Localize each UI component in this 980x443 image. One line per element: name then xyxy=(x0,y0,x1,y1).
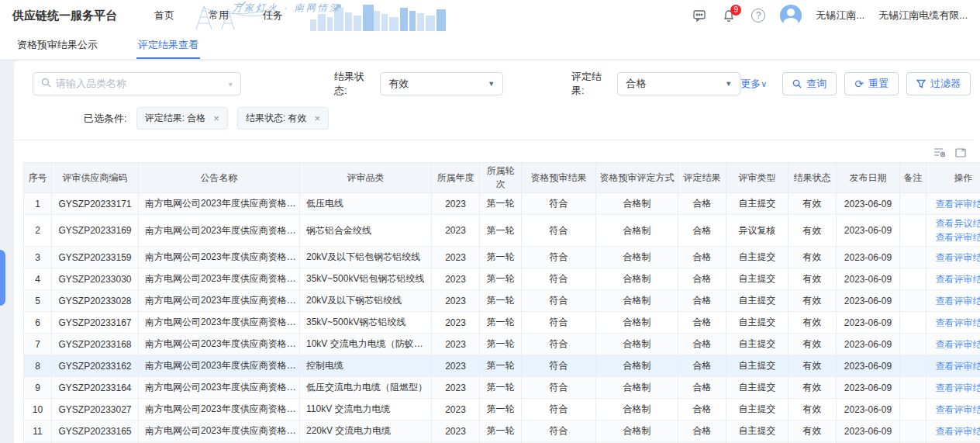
cell-actions: 查看评审结果 xyxy=(927,334,980,355)
cell-status: 有效 xyxy=(788,399,837,421)
cell-code: GYSZP20233030 xyxy=(52,268,139,290)
cell-announcement: 南方电网公司2023年度供应商资格预审公告 xyxy=(139,215,300,247)
cell-round: 第一轮 xyxy=(480,215,522,247)
cell-prequal_method: 合格制 xyxy=(596,421,678,442)
table-row[interactable]: 11GYSZP20233165南方电网公司2023年度供应商资格预审公告220k… xyxy=(24,421,980,442)
column-settings-icon[interactable] xyxy=(933,147,946,157)
cell-round: 第一轮 xyxy=(480,377,522,399)
nav-item-tasks[interactable]: 任务 xyxy=(263,9,283,22)
more-filters-link[interactable]: 更多∨ xyxy=(740,77,767,91)
cell-actions: 查看评审结果 xyxy=(927,247,980,268)
view-result-link[interactable]: 查看评审结果 xyxy=(930,337,980,351)
cell-code: GYSZP20233165 xyxy=(52,421,139,442)
query-button[interactable]: 查询 xyxy=(782,72,837,95)
results-table-body: 1GYSZP20233171南方电网公司2023年度供应商资格预审公告低压电线2… xyxy=(24,193,980,443)
tab-prequalification-results[interactable]: 资格预审结果公示 xyxy=(16,32,99,59)
filter-button[interactable]: 过滤器 xyxy=(906,72,971,95)
search-icon xyxy=(792,79,802,88)
cell-no: 3 xyxy=(24,247,52,268)
header-actions: 9 ? 无锡江南... 无锡江南电缆有限... xyxy=(692,5,968,26)
column-header: 评审类型 xyxy=(726,163,788,193)
cell-prequal_method: 合格制 xyxy=(596,377,678,399)
cell-category: 低压交流电力电缆（阻燃型） xyxy=(300,377,432,399)
result-status-select[interactable]: 有效 ▼ xyxy=(380,72,503,95)
cell-status: 有效 xyxy=(788,290,837,312)
view-result-link[interactable]: 查看评审结果 xyxy=(930,251,980,265)
nav-item-home[interactable]: 首页 xyxy=(154,9,174,22)
cell-actions: 查看评审结果 xyxy=(927,268,980,290)
fullscreen-icon[interactable] xyxy=(955,147,966,157)
evaluation-result-select[interactable]: 合格 ▼ xyxy=(617,72,740,95)
company-name[interactable]: 无锡江南电缆有限... xyxy=(878,9,968,22)
avatar[interactable] xyxy=(780,5,802,26)
message-icon[interactable] xyxy=(692,8,707,23)
view-result-link[interactable]: 查看评审结果 xyxy=(930,294,980,308)
cell-no: 6 xyxy=(24,312,52,334)
column-header: 结果状态 xyxy=(788,163,837,193)
table-row[interactable]: 2GYSZP20233169南方电网公司2023年度供应商资格预审公告钢芯铝合金… xyxy=(24,215,980,247)
cell-category: 20kV及以下铝包钢芯铝绞线 xyxy=(300,247,432,268)
cell-year: 2023 xyxy=(432,312,480,334)
user-name[interactable]: 无锡江南... xyxy=(816,9,864,22)
view-result-link[interactable]: 查看评审结果 xyxy=(930,272,980,286)
table-row[interactable]: 9GYSZP20233164南方电网公司2023年度供应商资格预审公告低压交流电… xyxy=(24,377,980,399)
view-result-link[interactable]: 查看异议结果 xyxy=(930,216,980,230)
table-row[interactable]: 5GYSZP20233028南方电网公司2023年度供应商资格预审公告20kV及… xyxy=(24,290,980,312)
table-row[interactable]: 1GYSZP20233171南方电网公司2023年度供应商资格预审公告低压电线2… xyxy=(24,193,980,215)
cell-remark xyxy=(900,399,927,421)
view-result-link[interactable]: 查看评审结果 xyxy=(930,359,980,373)
funnel-icon xyxy=(916,79,926,88)
cell-remark xyxy=(900,421,927,442)
view-result-link[interactable]: 查看评审结果 xyxy=(930,316,980,330)
cell-year: 2023 xyxy=(432,247,480,268)
cell-category: 钢芯铝合金绞线 xyxy=(300,215,432,247)
cell-eval_result: 合格 xyxy=(678,334,726,355)
tag-close-icon[interactable]: × xyxy=(315,113,321,123)
cell-date: 2023-06-09 xyxy=(837,215,900,247)
chevron-down-icon: ▾ xyxy=(229,80,233,88)
cell-code: GYSZP20233027 xyxy=(52,399,139,421)
tag-close-icon[interactable]: × xyxy=(213,113,219,123)
tab-evaluation-results[interactable]: 评定结果查看 xyxy=(136,32,200,59)
table-row[interactable]: 3GYSZP20233159南方电网公司2023年度供应商资格预审公告20kV及… xyxy=(24,247,980,268)
cell-date: 2023-06-09 xyxy=(837,377,900,399)
view-result-link[interactable]: 查看评审结果 xyxy=(930,197,980,211)
cell-year: 2023 xyxy=(432,377,480,399)
side-drawer-handle[interactable] xyxy=(0,250,5,306)
cell-year: 2023 xyxy=(432,215,480,247)
filter-row: 请输入品类名称 ▾ 结果状态: 有效 ▼ 评定结果: 合格 ▼ 更多∨ 查询 ⟳ xyxy=(23,70,974,98)
view-result-link[interactable]: 查看评审结果 xyxy=(930,381,980,395)
cell-prequal_result: 符合 xyxy=(522,268,596,290)
cell-date: 2023-06-09 xyxy=(837,193,900,215)
table-row[interactable]: 6GYSZP20233167南方电网公司2023年度供应商资格预审公告35kV~… xyxy=(24,312,980,334)
cell-code: GYSZP20233171 xyxy=(52,193,139,215)
cell-announcement: 南方电网公司2023年度供应商资格预审公告 xyxy=(139,290,300,312)
cell-code: GYSZP20233167 xyxy=(52,312,139,334)
table-row[interactable]: 4GYSZP20233030南方电网公司2023年度供应商资格预审公告35kV~… xyxy=(24,268,980,290)
cell-prequal_result: 符合 xyxy=(522,377,596,399)
view-result-link[interactable]: 查看评审结果 xyxy=(930,403,980,417)
nav-item-common[interactable]: 常用 xyxy=(209,9,229,22)
view-result-link[interactable]: 查看评审结果 xyxy=(930,424,980,438)
cell-category: 220kV 交流电力电缆 xyxy=(300,421,432,442)
table-row[interactable]: 10GYSZP20233027南方电网公司2023年度供应商资格预审公告110k… xyxy=(24,399,980,421)
cell-review_type: 自主提交 xyxy=(726,377,788,399)
divider xyxy=(14,140,974,140)
cell-no: 7 xyxy=(24,334,52,355)
notification-bell-icon[interactable]: 9 xyxy=(721,8,737,23)
cell-review_type: 自主提交 xyxy=(726,421,788,442)
cell-eval_result: 合格 xyxy=(678,268,726,290)
help-icon[interactable]: ? xyxy=(751,8,766,23)
reset-button[interactable]: ⟳ 重置 xyxy=(844,72,899,95)
cell-eval_result: 合格 xyxy=(678,355,726,377)
table-row[interactable]: 8GYSZP20233162南方电网公司2023年度供应商资格预审公告控制电缆2… xyxy=(24,355,980,377)
evaluation-result-value: 合格 xyxy=(626,77,646,91)
category-search-select[interactable]: 请输入品类名称 ▾ xyxy=(33,72,241,95)
view-result-link[interactable]: 查看评审结果 xyxy=(930,230,980,244)
cell-announcement: 南方电网公司2023年度供应商资格预审公告 xyxy=(139,334,300,355)
cell-remark xyxy=(900,334,927,355)
cell-remark xyxy=(900,355,927,377)
cell-prequal_method: 合格制 xyxy=(596,355,678,377)
cell-year: 2023 xyxy=(432,355,480,377)
table-row[interactable]: 7GYSZP20233168南方电网公司2023年度供应商资格预审公告10kV … xyxy=(24,334,980,355)
